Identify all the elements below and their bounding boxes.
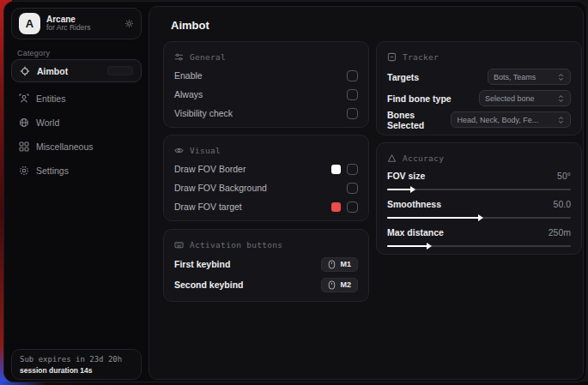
fov-target-color-swatch[interactable] (331, 202, 341, 212)
setting-label: Find bone type (387, 93, 452, 104)
card-title: Tracker (403, 52, 439, 62)
fov-background-checkbox[interactable] (347, 183, 358, 194)
max-distance-slider[interactable] (387, 245, 571, 247)
setting-row-bones-selected: Bones Selected Head, Neck, Body, Fe... (387, 109, 571, 130)
slider-thumb[interactable] (478, 214, 483, 221)
slider-value: 50° (557, 171, 571, 181)
slider-label: FOV size (387, 171, 425, 181)
enable-checkbox[interactable] (347, 70, 358, 81)
card-accuracy-header: Accuracy (387, 151, 571, 165)
slider-value: 50.0 (554, 199, 571, 209)
card-title: Visual (190, 146, 221, 155)
entities-icon (19, 93, 29, 104)
app-window: A Arcane for Arc Riders Category Aimbot (3, 1, 587, 382)
card-visual: Visual Draw FOV Border Draw FOV Backgrou… (163, 135, 369, 221)
setting-label: Bones Selected (387, 110, 451, 130)
card-accuracy: Accuracy FOV size 50° Smoothness 50.0 (376, 142, 582, 255)
page-title: Aimbot (171, 19, 209, 32)
chevrons-up-down-icon (557, 94, 565, 103)
first-keybind-button[interactable]: M1 (321, 257, 358, 272)
card-title: Accuracy (403, 153, 444, 163)
card-tracker-header: Tracker (387, 50, 571, 63)
card-tracker: Tracker Targets Bots, Teams Find bone ty… (376, 41, 582, 135)
globe-icon (19, 117, 29, 128)
sidebar-item-miscellaneous[interactable]: Miscellaneous (11, 136, 142, 157)
setting-row-fov-target: Draw FOV target (174, 197, 358, 216)
sidebar-item-entities[interactable]: Entities (11, 88, 142, 109)
sidebar-item-label: World (36, 117, 59, 128)
slider-thumb[interactable] (427, 243, 432, 250)
crosshair-icon (20, 66, 30, 76)
scan-icon (387, 52, 397, 62)
card-title: General (190, 52, 226, 62)
setting-row-enable: Enable (174, 66, 358, 85)
slider-group-smoothness: Smoothness 50.0 (387, 196, 571, 219)
sidebar: A Arcane for Arc Riders Category Aimbot (4, 2, 149, 382)
eye-icon (174, 146, 184, 155)
fov-border-color-swatch[interactable] (331, 165, 341, 174)
second-keybind-button[interactable]: M2 (321, 278, 358, 292)
targets-dropdown[interactable]: Bots, Teams (488, 69, 571, 85)
setting-label: Second keybind (174, 280, 244, 290)
mouse-icon (328, 280, 336, 290)
setting-row-find-bone-type: Find bone type Selected bone (387, 87, 571, 109)
dropdown-value: Bots, Teams (494, 73, 554, 81)
app-logo: A (19, 13, 40, 34)
setting-label: Enable (174, 70, 203, 81)
always-checkbox[interactable] (347, 89, 358, 100)
keybind-value: M2 (340, 280, 351, 289)
setting-row-fov-border: Draw FOV Border (174, 159, 358, 178)
gear-icon (19, 165, 29, 176)
grid-icon (19, 141, 29, 152)
setting-row-targets: Targets Bots, Teams (387, 66, 571, 87)
keyboard-icon (174, 240, 184, 250)
sidebar-item-aimbot[interactable]: Aimbot (11, 59, 142, 82)
sub-expires-text: Sub expires in 23d 20h (20, 355, 133, 364)
setting-label: First keybind (174, 259, 230, 269)
settings-gear-icon[interactable] (124, 19, 134, 28)
slider-group-max-distance: Max distance 250m (387, 224, 571, 247)
setting-label: Always (174, 89, 203, 99)
slider-label: Max distance (387, 227, 444, 238)
visibility-check-checkbox[interactable] (347, 108, 358, 119)
chevrons-up-down-icon (557, 73, 565, 81)
card-activation-buttons: Activation buttons First keybind M1 Seco… (163, 229, 369, 302)
sidebar-item-label: Entities (36, 93, 65, 104)
aimbot-hotkey-badge (107, 66, 133, 75)
sidebar-item-label: Aimbot (37, 66, 68, 76)
setting-label: Draw FOV Background (174, 183, 267, 193)
chevrons-up-down-icon (557, 116, 565, 124)
slider-thumb[interactable] (410, 186, 415, 193)
smoothness-slider[interactable] (387, 217, 571, 219)
sidebar-item-label: Settings (36, 165, 69, 176)
fov-size-slider[interactable] (387, 189, 571, 190)
dropdown-value: Head, Neck, Body, Fe... (457, 116, 554, 124)
triangle-icon (387, 153, 397, 163)
setting-row-first-keybind: First keybind M1 (174, 254, 358, 274)
fov-border-checkbox[interactable] (347, 164, 358, 175)
brand-subtitle: for Arc Riders (46, 24, 118, 33)
sliders-icon (174, 52, 184, 62)
setting-label: Visibility check (174, 108, 233, 118)
sidebar-item-settings[interactable]: Settings (11, 160, 142, 181)
setting-row-always: Always (174, 85, 358, 104)
fov-target-checkbox[interactable] (347, 202, 358, 213)
brand-card: A Arcane for Arc Riders (11, 8, 142, 39)
setting-row-second-keybind: Second keybind M2 (174, 274, 358, 295)
card-visual-header: Visual (174, 143, 358, 157)
main-panel: Aimbot General Enable Always (149, 6, 584, 380)
card-general: General Enable Always Visibility check (163, 41, 369, 128)
keybind-value: M1 (340, 260, 351, 268)
session-duration-text: session duration 14s (20, 366, 133, 375)
slider-value: 250m (549, 227, 571, 238)
card-activation-header: Activation buttons (174, 238, 358, 251)
setting-label: Targets (387, 72, 419, 82)
brand-text: Arcane for Arc Riders (46, 15, 118, 33)
find-bone-type-dropdown[interactable]: Selected bone (479, 90, 571, 106)
subscription-card: Sub expires in 23d 20h session duration … (11, 349, 142, 380)
bones-selected-dropdown[interactable]: Head, Neck, Body, Fe... (451, 111, 571, 128)
setting-row-fov-background: Draw FOV Background (174, 178, 358, 197)
sidebar-item-world[interactable]: World (11, 112, 142, 133)
dropdown-value: Selected bone (485, 94, 554, 103)
slider-label: Smoothness (387, 199, 441, 209)
